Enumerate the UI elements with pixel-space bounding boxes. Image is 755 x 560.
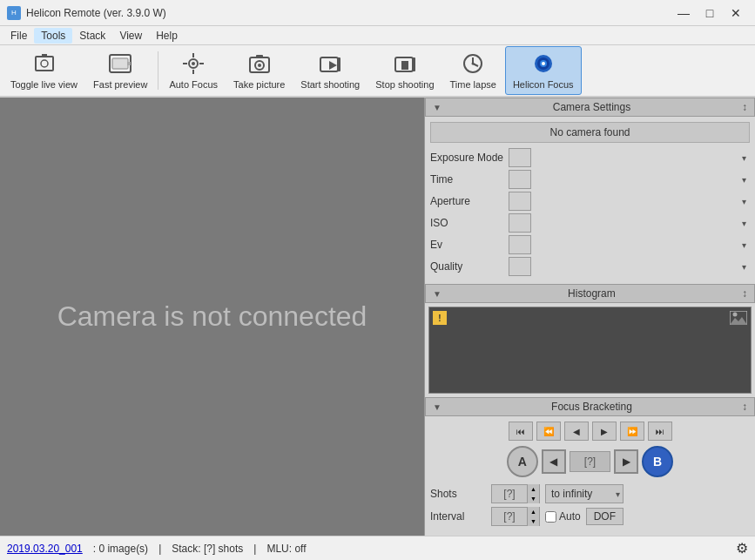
svg-rect-1 [42, 54, 47, 57]
iso-select[interactable] [509, 213, 531, 233]
close-button[interactable]: ✕ [724, 4, 748, 22]
menu-tools[interactable]: Tools [34, 28, 72, 44]
quality-select[interactable] [509, 257, 531, 276]
camera-settings-scroll: ↕ [742, 101, 747, 113]
focus-bracketing-header[interactable]: ▼ Focus Bracketing ↕ [425, 397, 755, 416]
svg-point-2 [41, 60, 48, 67]
aperture-select[interactable] [509, 192, 531, 211]
time-wrapper [509, 170, 750, 189]
camera-settings-arrow: ▼ [433, 103, 442, 112]
svg-rect-14 [256, 55, 263, 58]
a-label: A [518, 455, 527, 469]
step-forward-button[interactable]: ▶ [592, 422, 617, 441]
prev-button[interactable]: ◀ [542, 449, 566, 474]
ev-row: Ev [430, 235, 750, 254]
interval-value: [?] [492, 510, 527, 523]
rewind-slow-button[interactable]: ⏪ [536, 422, 561, 441]
right-panel: ▼ Camera Settings ↕ No camera found Expo… [424, 98, 755, 536]
images-count: : 0 image(s) [93, 543, 148, 555]
quality-label: Quality [430, 260, 509, 273]
dof-button[interactable]: DOF [586, 508, 624, 525]
session-link[interactable]: 2019.03.20_001 [7, 543, 83, 555]
helicon-focus-icon [531, 51, 556, 76]
to-dropdown: to infinity to near custom [545, 484, 624, 503]
menu-stack[interactable]: Stack [72, 28, 112, 44]
start-shooting-icon [318, 51, 342, 76]
forward-fast-button[interactable]: ⏭ [648, 422, 672, 441]
interval-spinner: [?] ▲ ▼ [491, 507, 540, 526]
svg-rect-20 [401, 61, 408, 70]
menu-bar: File Tools Stack View Help [0, 26, 755, 45]
exposure-mode-row: Exposure Mode [430, 148, 750, 167]
auto-check-input[interactable] [545, 511, 556, 523]
interval-increment[interactable]: ▲ [527, 507, 539, 516]
rewind-fast-button[interactable]: ⏮ [509, 422, 533, 441]
menu-help[interactable]: Help [149, 28, 185, 44]
menu-view[interactable]: View [112, 28, 149, 44]
auto-focus-button[interactable]: Auto Focus [162, 46, 225, 95]
exposure-mode-wrapper [509, 148, 750, 167]
exposure-mode-select[interactable] [509, 148, 531, 167]
svg-point-29 [542, 62, 545, 65]
toggle-live-view-button[interactable]: Toggle live view [3, 46, 84, 95]
live-view-icon [32, 51, 57, 76]
time-lapse-button[interactable]: Time lapse [443, 46, 503, 95]
shots-increment[interactable]: ▲ [527, 484, 539, 494]
shots-label: Shots [430, 488, 491, 500]
svg-rect-18 [337, 57, 340, 71]
camera-settings-header[interactable]: ▼ Camera Settings ↕ [425, 98, 755, 117]
main-layout: Camera is not connected ▼ Camera Setting… [0, 98, 755, 536]
auto-focus-icon [181, 51, 206, 76]
aperture-wrapper [509, 192, 750, 211]
step-back-button[interactable]: ◀ [564, 422, 589, 441]
histogram-body: ! [425, 303, 755, 397]
toolbar: Toggle live view Fast preview Auto Focu [0, 45, 755, 98]
start-shooting-label: Start shooting [300, 79, 360, 90]
no-camera-bar: No camera found [430, 122, 750, 143]
shots-decrement[interactable]: ▼ [527, 494, 539, 503]
svg-rect-21 [412, 57, 415, 71]
next-button[interactable]: ▶ [614, 449, 638, 474]
ev-select[interactable] [509, 235, 531, 254]
maximize-button[interactable]: □ [698, 4, 722, 22]
auto-check-label[interactable]: Auto [559, 510, 581, 523]
histogram-header[interactable]: ▼ Histogram ↕ [425, 284, 755, 303]
focus-bracketing-scroll: ↕ [742, 401, 747, 413]
shots-spinner-buttons: ▲ ▼ [527, 484, 539, 503]
to-infinity-select[interactable]: to infinity to near custom [545, 484, 624, 503]
time-select[interactable] [509, 170, 531, 189]
status-bar: 2019.03.20_001 : 0 image(s) | Stack: [?]… [0, 536, 755, 560]
stop-shooting-icon [393, 51, 417, 76]
svg-marker-31 [730, 317, 747, 325]
time-lapse-icon [461, 51, 485, 76]
menu-file[interactable]: File [3, 28, 34, 44]
time-label: Time [430, 173, 509, 186]
a-button[interactable]: A [507, 446, 538, 477]
histogram-arrow: ▼ [433, 289, 442, 299]
svg-point-25 [472, 63, 475, 65]
app-icon: H [7, 6, 21, 20]
take-picture-button[interactable]: Take picture [226, 46, 292, 95]
camera-not-connected-text: Camera is not connected [57, 300, 367, 333]
forward-slow-button[interactable]: ⏩ [620, 422, 644, 441]
status-sep2: | [253, 543, 256, 555]
settings-gear-icon[interactable]: ⚙ [736, 540, 748, 557]
focus-bracketing-title: Focus Bracketing [447, 401, 737, 413]
ev-wrapper [509, 235, 750, 254]
title-bar: H Helicon Remote (ver. 3.9.0 W) — □ ✕ [0, 0, 755, 26]
interval-decrement[interactable]: ▼ [527, 516, 539, 526]
camera-panel: Camera is not connected [0, 98, 424, 536]
helicon-focus-button[interactable]: Helicon Focus [505, 46, 582, 95]
minimize-button[interactable]: — [671, 4, 696, 22]
quality-row: Quality [430, 257, 750, 276]
fast-preview-button[interactable]: Fast preview [86, 46, 154, 95]
camera-settings-body: No camera found Exposure Mode Time [425, 117, 755, 284]
time-lapse-label: Time lapse [450, 79, 496, 90]
stop-shooting-button[interactable]: Stop shooting [368, 46, 441, 95]
mlu-text: MLU: off [266, 543, 306, 555]
interval-label: Interval [430, 510, 491, 523]
start-shooting-button[interactable]: Start shooting [293, 46, 367, 95]
b-button[interactable]: B [642, 446, 673, 477]
fast-preview-icon [108, 51, 132, 76]
title-bar-title: Helicon Remote (ver. 3.9.0 W) [26, 7, 166, 19]
